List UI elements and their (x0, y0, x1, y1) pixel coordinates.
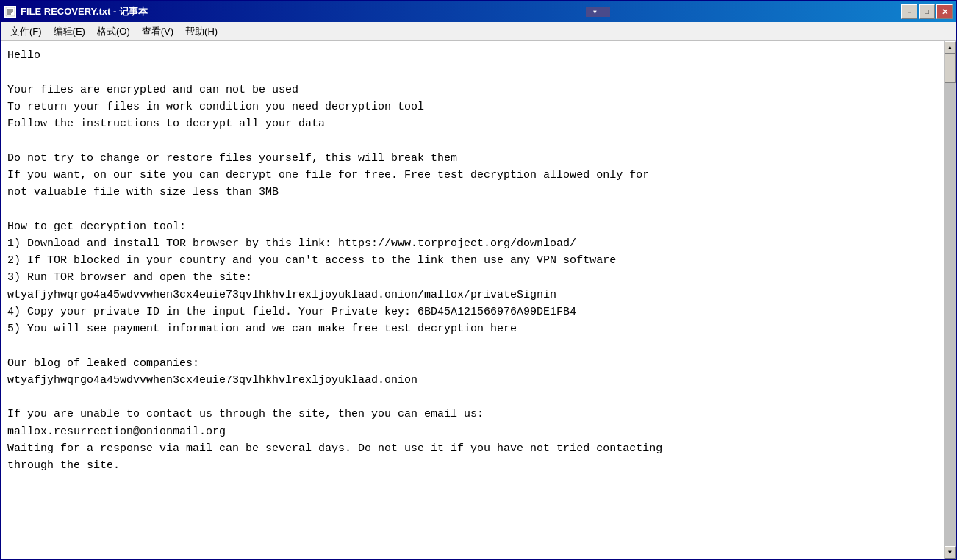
close-button[interactable]: ✕ (936, 4, 953, 19)
menu-edit[interactable]: 编辑(E) (48, 24, 91, 40)
title-bar: FILE RECOVERY.txt - 记事本 － □ ✕ (1, 1, 956, 22)
svg-rect-0 (6, 7, 15, 16)
menu-help[interactable]: 帮助(H) (179, 24, 223, 40)
scroll-down-button[interactable]: ▼ (945, 546, 956, 559)
minimize-button[interactable]: － (901, 4, 917, 19)
maximize-button[interactable]: □ (919, 4, 935, 19)
menu-bar: 文件(F) 编辑(E) 格式(O) 查看(V) 帮助(H) (1, 22, 956, 41)
title-bar-left: FILE RECOVERY.txt - 记事本 (4, 5, 148, 18)
title-dropdown[interactable] (586, 7, 610, 17)
app-icon (4, 6, 16, 18)
scroll-up-button[interactable]: ▲ (945, 41, 956, 54)
menu-view[interactable]: 查看(V) (136, 24, 179, 40)
window-controls: － □ ✕ (901, 4, 953, 19)
menu-format[interactable]: 格式(O) (91, 24, 136, 40)
window-title: FILE RECOVERY.txt - 记事本 (21, 5, 148, 18)
text-editor[interactable]: Hello Your files are encrypted and can n… (1, 41, 944, 559)
content-area: Hello Your files are encrypted and can n… (1, 41, 956, 559)
scrollbar-thumb[interactable] (945, 54, 956, 83)
notepad-window: FILE RECOVERY.txt - 记事本 － □ ✕ 文件(F) 编辑(E… (0, 0, 957, 560)
vertical-scrollbar[interactable]: ▲ ▼ (944, 41, 956, 559)
scrollbar-track[interactable] (945, 54, 956, 546)
menu-file[interactable]: 文件(F) (4, 24, 48, 40)
